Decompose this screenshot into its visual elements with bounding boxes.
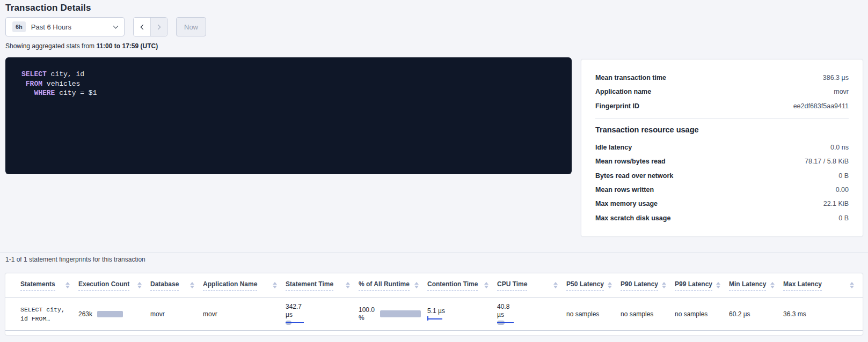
column-header-runtime-pct[interactable]: % of All Runtime	[359, 273, 427, 298]
detail-value: ee2df683f5aa9411	[793, 102, 849, 110]
sql-line: WHERE city = $1	[21, 88, 561, 98]
cell-statements[interactable]: SELECT city,id FROM…	[5, 298, 78, 330]
resource-label: Max scratch disk usage	[595, 214, 670, 222]
cell-p50-latency: no samples	[566, 298, 621, 330]
cell-p90-latency: no samples	[621, 298, 675, 330]
resource-row-mean-rows-written: Mean rows written 0.00	[595, 183, 849, 197]
statement-time-unit: µs	[286, 311, 353, 319]
resource-value: 22.1 KiB	[823, 200, 849, 207]
sort-icon	[716, 282, 720, 288]
time-range-label: Past 6 Hours	[31, 23, 114, 31]
column-header-p50-latency[interactable]: P50 Latency	[566, 273, 621, 298]
sort-icon	[137, 282, 142, 288]
detail-row-application-name: Application name movr	[595, 85, 849, 99]
detail-label: Mean transaction time	[595, 74, 666, 81]
resource-value: 0 B	[838, 172, 849, 180]
cell-runtime-pct: 100.0%	[359, 298, 427, 330]
column-header-p90-latency[interactable]: P90 Latency	[621, 273, 675, 298]
statements-count-text: 1-1 of 1 statement fingerprints for this…	[5, 256, 145, 263]
resource-label: Mean rows written	[595, 186, 654, 194]
cell-application-name: movr	[203, 298, 286, 330]
aggregation-summary: Showing aggregated stats from 11:00 to 1…	[5, 42, 158, 50]
resource-row-mean-rows-bytes-read: Mean rows/bytes read 78.17 / 5.8 KiB	[595, 154, 849, 168]
column-header-statements[interactable]: Statements	[5, 273, 78, 298]
sort-icon	[608, 282, 612, 288]
time-controls: 6h Past 6 Hours Now	[5, 17, 206, 36]
chevron-left-icon	[140, 24, 145, 29]
column-header-database[interactable]: Database	[150, 273, 203, 298]
execution-count-bar	[97, 311, 123, 317]
cell-database: movr	[150, 298, 203, 330]
column-header-application-name[interactable]: Application Name	[203, 273, 286, 298]
transaction-details-card: Mean transaction time 386.3 µs Applicati…	[581, 60, 863, 236]
sort-icon	[850, 282, 854, 288]
cpu-time-unit: µs	[497, 311, 561, 319]
sql-line: FROM vehicles	[21, 79, 561, 89]
divider	[595, 118, 849, 119]
runtime-bar	[380, 310, 421, 317]
resource-value: 78.17 / 5.8 KiB	[805, 158, 849, 165]
column-header-contention-time[interactable]: Contention Time	[427, 273, 497, 298]
prev-interval-button[interactable]	[134, 18, 150, 36]
sort-icon	[662, 282, 666, 288]
cell-max-latency: 36.3 ms	[783, 298, 863, 330]
cpu-time-value: 40.8	[497, 303, 561, 311]
sort-icon	[484, 282, 488, 288]
time-range-badge: 6h	[12, 21, 26, 32]
resource-row-max-scratch-disk-usage: Max scratch disk usage 0 B	[595, 211, 849, 225]
detail-value: movr	[834, 88, 849, 95]
column-header-cpu-time[interactable]: CPU Time	[497, 273, 566, 298]
resource-value: 0.0 ns	[830, 144, 849, 151]
cell-execution-count: 263k	[78, 298, 150, 330]
time-interval-arrows	[133, 17, 167, 36]
cpu-time-bar	[497, 321, 561, 325]
sql-statement-box: SELECT city, id FROM vehicles WHERE city…	[5, 57, 572, 174]
column-header-execution-count[interactable]: Execution Count	[78, 273, 150, 298]
sort-icon	[190, 282, 194, 288]
sort-icon	[414, 282, 419, 288]
now-button[interactable]: Now	[176, 17, 206, 36]
detail-row-fingerprint-id: Fingerprint ID ee2df683f5aa9411	[595, 99, 849, 113]
detail-value: 386.3 µs	[823, 74, 849, 81]
detail-label: Application name	[595, 88, 651, 95]
sort-icon	[770, 282, 775, 288]
detail-label: Fingerprint ID	[595, 102, 639, 110]
statement-link[interactable]: SELECT city,id FROM…	[20, 305, 73, 323]
column-header-min-latency[interactable]: Min Latency	[729, 273, 783, 298]
chevron-down-icon	[113, 23, 119, 28]
resource-label: Max memory usage	[595, 200, 658, 207]
resource-label: Mean rows/bytes read	[595, 158, 666, 165]
execution-count-value: 263k	[78, 310, 92, 318]
sort-icon	[553, 282, 558, 288]
column-header-statement-time[interactable]: Statement Time	[286, 273, 359, 298]
statement-time-value: 342.7	[286, 303, 353, 311]
sort-icon	[273, 282, 277, 288]
statements-table: Statements Execution Count Database Appl…	[5, 273, 863, 331]
runtime-value: 100.0	[359, 306, 375, 314]
resource-usage-heading: Transaction resource usage	[595, 125, 849, 134]
table-row: SELECT city,id FROM… 263k movr movr 342.…	[5, 298, 863, 330]
cell-p99-latency: no samples	[675, 298, 729, 330]
next-interval-button[interactable]	[150, 18, 167, 36]
aggregation-summary-prefix: Showing aggregated stats from	[5, 42, 96, 50]
resource-row-bytes-read-over-network: Bytes read over network 0 B	[595, 168, 849, 182]
resource-row-idle-latency: Idle latency 0.0 ns	[595, 140, 849, 154]
resource-label: Bytes read over network	[595, 172, 673, 180]
sql-line: SELECT city, id	[21, 70, 561, 79]
detail-row-mean-transaction-time: Mean transaction time 386.3 µs	[595, 71, 849, 85]
time-range-picker[interactable]: 6h Past 6 Hours	[5, 17, 125, 36]
aggregation-summary-range: 11:00 to 17:59 (UTC)	[96, 42, 158, 50]
chevron-right-icon	[156, 24, 161, 29]
table-header-row: Statements Execution Count Database Appl…	[5, 273, 863, 298]
column-header-p99-latency[interactable]: P99 Latency	[675, 273, 729, 298]
resource-label: Idle latency	[595, 144, 632, 151]
cell-min-latency: 60.2 µs	[729, 298, 783, 330]
statements-table-card: Statements Execution Count Database Appl…	[5, 273, 863, 335]
page-title: Transaction Details	[5, 3, 91, 13]
divider	[0, 252, 868, 252]
column-header-max-latency[interactable]: Max Latency	[783, 273, 863, 298]
sort-icon	[65, 282, 70, 288]
resource-value: 0 B	[838, 214, 849, 222]
contention-time-bar	[427, 316, 492, 321]
cell-cpu-time: 40.8µs	[497, 298, 566, 330]
